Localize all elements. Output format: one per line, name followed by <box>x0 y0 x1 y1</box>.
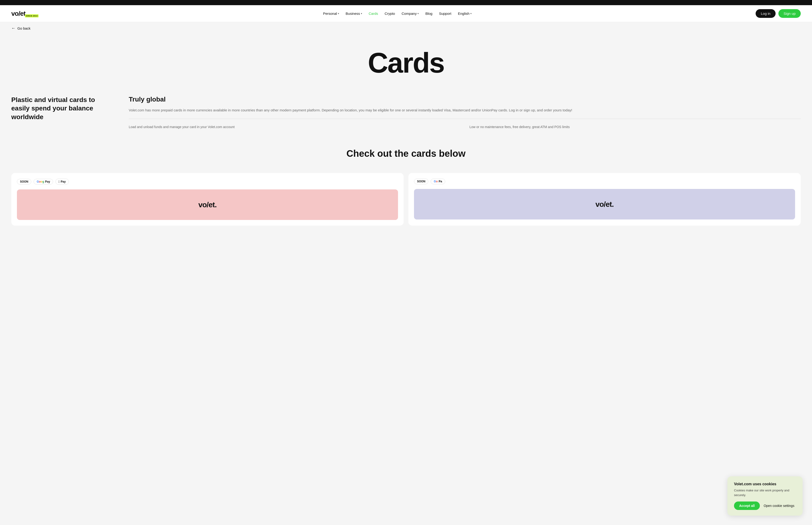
top-bar <box>0 0 812 5</box>
nav-item-blog[interactable]: Blog <box>425 12 432 15</box>
signup-button[interactable]: Sign up <box>778 9 801 18</box>
gpay-badge-2: Go Pa <box>431 179 445 184</box>
card-item-1[interactable]: SOON Goog Pay  Pay vo/et. <box>11 173 404 226</box>
chevron-down-icon: ▾ <box>338 12 339 15</box>
check-title: Check out the cards below <box>11 148 801 159</box>
login-button[interactable]: Log in <box>756 9 776 18</box>
hero-title: Cards <box>11 49 801 77</box>
logo-text: vo/et <box>11 10 25 17</box>
go-back-area: ← Go back <box>0 22 812 34</box>
feature-1: Load and unload funds and manage your ca… <box>129 124 460 130</box>
nav-item-company[interactable]: Company ▾ <box>401 12 419 15</box>
apple-icon:  <box>59 180 60 183</box>
card-preview-pink: vo/et. <box>17 190 398 220</box>
features-row: Load and unload funds and manage your ca… <box>129 124 801 130</box>
gpay-badge-1: Goog Pay <box>34 179 53 184</box>
logo[interactable]: vo/et SINCE 2014 <box>11 10 39 17</box>
soon-badge-1: SOON <box>17 179 31 184</box>
content-left-title: Plastic and virtual cards to easily spen… <box>11 96 110 121</box>
nav-item-personal[interactable]: Personal ▾ <box>323 12 339 15</box>
chevron-down-icon: ▾ <box>361 12 362 15</box>
cards-grid: SOON Goog Pay  Pay vo/et. SOON Go Pa vo… <box>0 173 812 235</box>
truly-global-title: Truly global <box>129 96 801 103</box>
content-left: Plastic and virtual cards to easily spen… <box>11 96 110 130</box>
auth-buttons: Log in Sign up <box>756 9 801 18</box>
navigation: Personal ▾ Business ▾ Cards Crypto Compa… <box>323 12 472 15</box>
arrow-left-icon: ← <box>11 26 16 31</box>
card-item-2[interactable]: SOON Go Pa vo/et. <box>408 173 801 226</box>
chevron-down-icon: ▾ <box>470 12 472 15</box>
card-2-header: SOON Go Pa <box>414 179 795 184</box>
nav-item-crypto[interactable]: Crypto <box>385 12 395 15</box>
content-section: Plastic and virtual cards to easily spen… <box>0 86 812 144</box>
check-section: Check out the cards below <box>0 144 812 173</box>
card-1-logo: vo/et. <box>198 200 217 209</box>
content-right: Truly global Volet.com has more prepaid … <box>129 96 801 130</box>
card-preview-lavender: vo/et. <box>414 189 795 220</box>
divider <box>129 119 801 119</box>
card-2-logo: vo/et. <box>595 200 614 209</box>
chevron-down-icon: ▾ <box>417 12 419 15</box>
truly-global-description: Volet.com has more prepaid cards in more… <box>129 107 801 113</box>
apay-badge-1:  Pay <box>56 179 68 185</box>
header: vo/et SINCE 2014 Personal ▾ Business ▾ C… <box>0 5 812 22</box>
feature-2: Low or no maintenance fees, free deliver… <box>470 124 801 130</box>
hero-section: Cards <box>0 34 812 86</box>
nav-item-english[interactable]: English ▾ <box>458 12 472 15</box>
card-1-header: SOON Goog Pay  Pay <box>17 179 398 185</box>
nav-item-support[interactable]: Support <box>439 12 451 15</box>
nav-item-cards[interactable]: Cards <box>369 12 378 15</box>
logo-badge: SINCE 2014 <box>25 14 38 17</box>
go-back-link[interactable]: ← Go back <box>11 26 801 31</box>
soon-badge-2: SOON <box>414 179 428 184</box>
nav-item-business[interactable]: Business ▾ <box>346 12 362 15</box>
